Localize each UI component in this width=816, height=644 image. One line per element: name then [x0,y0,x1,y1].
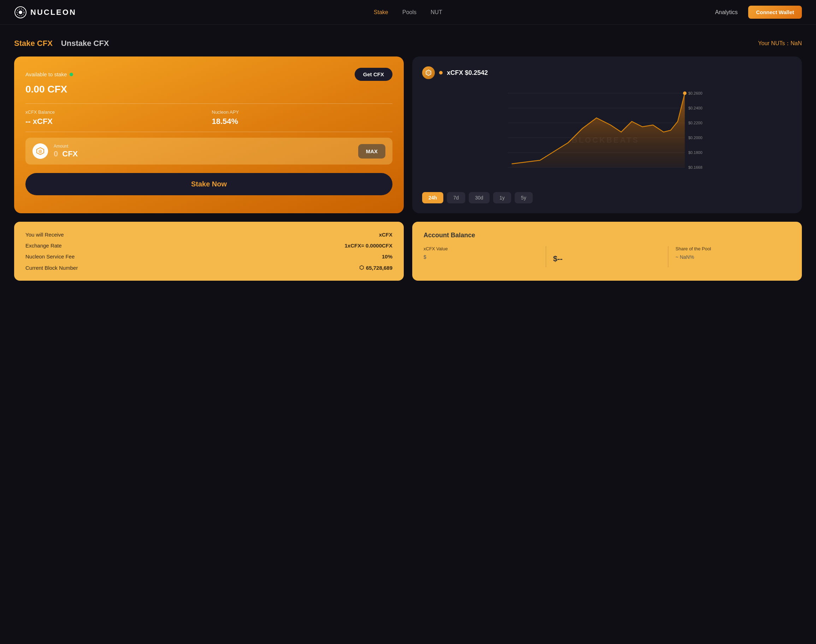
chart-card: xCFX $0.2542 [412,57,802,213]
available-row: Available to stake Get CFX [25,68,392,81]
cfx-icon [32,143,48,159]
nav-links: Stake Pools NUT [374,9,442,15]
nav-link-nut[interactable]: NUT [430,9,442,15]
divider-1 [25,103,392,104]
svg-text:$0.1800: $0.1800 [688,150,702,155]
svg-point-16 [683,92,687,95]
xcfx-status-dot [439,71,443,75]
account-card: Account Balance xCFX Value $ $-- Share o… [412,222,802,281]
nav-link-pools[interactable]: Pools [403,9,416,15]
divider-2 [25,132,392,132]
xcfx-icon [422,66,435,79]
chart-tab-1y[interactable]: 1y [493,192,511,203]
chart-tab-5y[interactable]: 5y [515,192,533,203]
page-tabs: Stake CFX Unstake CFX [14,39,109,48]
tab-unstake-cfx[interactable]: Unstake CFX [61,39,109,48]
chart-header: xCFX $0.2542 [422,66,792,79]
stake-now-button[interactable]: Stake Now [25,173,392,195]
main-content: Stake CFX Unstake CFX Your NUTs：NaN Avai… [0,25,816,291]
main-value-col: $-- [546,246,668,264]
account-grid: xCFX Value $ $-- Share of the Pool ~ NaN… [424,246,791,267]
status-dot [69,73,73,76]
amount-input-container: Amount 0 CFX MAX [25,138,392,164]
cfx-balance-display: 0.00 CFX [25,84,392,95]
logo: NUCLEON [14,6,76,19]
top-section: Available to stake Get CFX 0.00 CFX xCFX… [14,57,802,213]
share-col: Share of the Pool ~ NaN% [668,246,791,260]
navbar: NUCLEON Stake Pools NUT Analytics Connec… [0,0,816,25]
balance-row: xCFX Balance -- xCFX Nucleon APY 18.54% [25,109,392,126]
amount-input-inner: Amount 0 CFX [54,144,352,158]
bottom-section: You will Receive xCFX Exchange Rate 1xCF… [14,222,802,281]
svg-point-1 [19,11,22,14]
info-card: You will Receive xCFX Exchange Rate 1xCF… [14,222,404,281]
xcfx-price-display: xCFX $0.2542 [447,69,488,77]
chart-tab-7d[interactable]: 7d [447,192,465,203]
chart-time-tabs: 24h 7d 30d 1y 5y [422,192,792,203]
block-icon: ⬡ [359,264,364,271]
info-row-exchange: Exchange Rate 1xCFX= 0.0000CFX [25,242,392,248]
nav-link-stake[interactable]: Stake [374,9,388,15]
info-row-fee: Nucleon Service Fee 10% [25,253,392,259]
analytics-link[interactable]: Analytics [715,9,738,15]
max-button[interactable]: MAX [358,144,386,158]
your-nuts-display: Your NUTs：NaN [758,40,802,47]
info-row-block: Current Block Number ⬡ 65,728,689 [25,264,392,271]
chart-area: $0.2600 $0.2400 $0.2200 $0.2000 $0.1800 … [422,86,792,185]
svg-text:$0.2200: $0.2200 [688,121,702,125]
xcfx-value-col: xCFX Value $ [424,246,546,260]
get-cfx-button[interactable]: Get CFX [355,68,392,81]
svg-text:$0.2600: $0.2600 [688,91,702,95]
connect-wallet-button[interactable]: Connect Wallet [748,6,802,19]
chart-tab-24h[interactable]: 24h [422,192,443,203]
svg-text:$0.2000: $0.2000 [688,136,702,140]
xcfx-balance-col: xCFX Balance -- xCFX [25,109,206,126]
account-balance-title: Account Balance [424,232,791,239]
nucleon-apy-col: Nucleon APY 18.54% [212,109,393,126]
chart-tab-30d[interactable]: 30d [469,192,490,203]
available-label: Available to stake [25,71,73,77]
tab-stake-cfx[interactable]: Stake CFX [14,39,53,48]
svg-text:$0.1668: $0.1668 [688,165,702,169]
info-row-receive: You will Receive xCFX [25,232,392,238]
amount-field: 0 CFX [54,149,352,158]
svg-text:$0.2400: $0.2400 [688,106,702,110]
page-header: Stake CFX Unstake CFX Your NUTs：NaN [14,39,802,48]
stake-card: Available to stake Get CFX 0.00 CFX xCFX… [14,57,404,213]
nav-right: Analytics Connect Wallet [715,6,802,19]
